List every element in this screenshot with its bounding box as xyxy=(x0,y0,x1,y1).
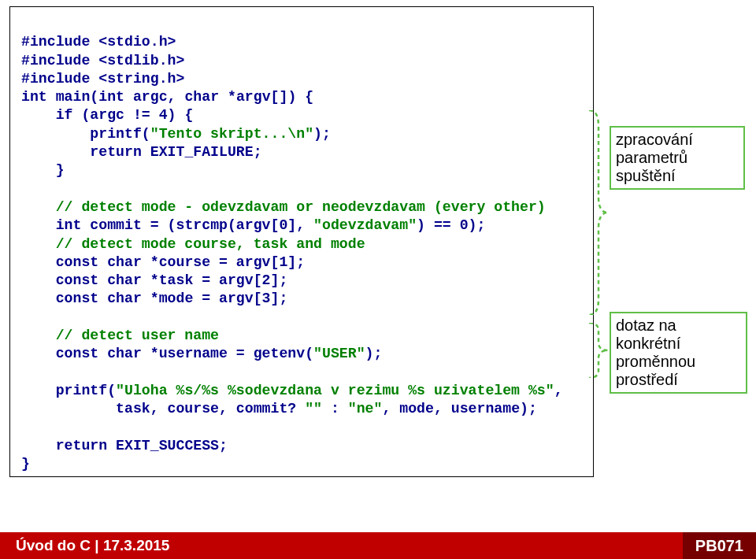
code-text: int xyxy=(21,89,56,105)
annotation-text: konkrétní xyxy=(616,335,741,353)
footer-date: 17.3.2015 xyxy=(103,537,170,553)
annotation-text: parametrů xyxy=(616,149,739,167)
code-text: } xyxy=(21,162,65,178)
brace-icon xyxy=(587,323,610,378)
code-text: #include xyxy=(21,34,98,50)
code-text: "" xyxy=(305,401,322,416)
annotation-box-2: dotaz na konkrétní proměnnou prostředí xyxy=(610,312,747,394)
code-text: <stdio.h> xyxy=(98,34,176,50)
code-text: "USER" xyxy=(313,346,365,361)
code-text: <stdlib.h> xyxy=(98,53,184,68)
annotation-text: zpracování xyxy=(616,131,739,149)
code-text: *course = argv[1]; xyxy=(150,254,305,270)
code-text: "odevzdavam" xyxy=(313,217,417,233)
code-text: main(int xyxy=(56,89,133,105)
code-text: *task = argv[2]; xyxy=(150,272,288,288)
footer-course: PB071 xyxy=(695,537,743,555)
code-comment: // detect mode course, task and mode xyxy=(21,236,365,252)
code-text: (argc != 4) { xyxy=(81,107,193,123)
code-text: "ne" xyxy=(348,401,383,416)
annotation-text: spuštění xyxy=(616,167,739,185)
annotation-box-1: zpracování parametrů spuštění xyxy=(610,126,745,190)
code-text: task, course, commit? xyxy=(21,401,305,416)
footer-title: Úvod do C xyxy=(16,537,91,553)
code-comment: // detect mode - odevzdavam or neodevzda… xyxy=(21,199,546,215)
code-text: const char xyxy=(21,291,150,306)
brace-icon xyxy=(587,110,610,315)
code-text: #include xyxy=(21,71,98,87)
code-text: #include xyxy=(21,53,98,68)
footer-sep: | xyxy=(91,537,103,553)
code-text: } xyxy=(21,456,30,472)
annotation-text: prostředí xyxy=(616,371,741,389)
code-text: return xyxy=(21,438,116,453)
code-text: const char xyxy=(21,254,150,270)
code-text: ); xyxy=(313,126,331,142)
code-text: commit = (strcmp(argv[0], xyxy=(90,217,313,233)
code-text: printf( xyxy=(21,383,116,398)
code-text: char xyxy=(184,89,228,105)
footer-bar: Úvod do C | 17.3.2015 PB071 xyxy=(0,532,756,559)
code-text: "Uloha %s/%s %sodevzdana v rezimu %s uzi… xyxy=(116,383,554,398)
code-text: <string.h> xyxy=(98,71,184,87)
code-text: , xyxy=(554,383,563,398)
code-text: "Tento skript...\n" xyxy=(150,126,313,142)
code-text: , mode, username); xyxy=(382,401,536,416)
code-text: const char xyxy=(21,272,150,288)
code-text: EXIT_FAILURE; xyxy=(150,144,262,160)
annotation-text: dotaz na xyxy=(616,317,741,335)
code-text: *username = getenv( xyxy=(150,346,313,361)
footer-left: Úvod do C | 17.3.2015 xyxy=(16,537,169,554)
code-box: #include <stdio.h> #include <stdlib.h> #… xyxy=(9,6,594,477)
code-comment: // detect user name xyxy=(21,328,219,343)
code-text: if xyxy=(21,107,81,123)
code-text: ); xyxy=(365,346,383,361)
code-text: EXIT_SUCCESS; xyxy=(116,438,228,453)
code-text: argc, xyxy=(133,89,185,105)
annotation-text: proměnnou xyxy=(616,353,741,371)
code-text: *argv[]) { xyxy=(228,89,313,105)
footer-right: PB071 xyxy=(683,532,756,559)
code-text: const char xyxy=(21,346,150,361)
code-text: ) == 0); xyxy=(417,217,485,233)
code-text: return xyxy=(21,144,150,160)
code-text: int xyxy=(21,217,90,233)
code-text: printf( xyxy=(21,126,150,142)
code-text: : xyxy=(322,401,348,416)
code-text: *mode = argv[3]; xyxy=(150,291,288,306)
